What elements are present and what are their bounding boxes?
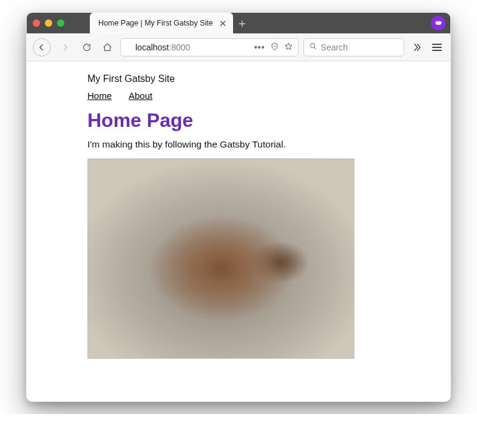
site-nav: Home About [87,90,390,101]
overflow-button[interactable] [409,39,425,55]
nav-link-home[interactable]: Home [87,90,112,101]
page-actions-icon[interactable]: ••• [254,42,265,52]
private-browsing-icon[interactable] [431,16,445,30]
back-button[interactable] [33,38,51,56]
bookmark-star-icon[interactable] [284,42,293,53]
close-tab-icon[interactable]: ✕ [219,19,227,28]
titlebar: Home Page | My First Gatsby Site ✕ ＋ [27,13,450,33]
minimize-window-button[interactable] [45,19,52,27]
home-button[interactable] [100,39,115,55]
forward-button[interactable] [56,38,74,56]
hero-image [87,158,354,359]
search-box[interactable]: Search [303,38,404,56]
svg-point-1 [310,44,314,48]
new-tab-button[interactable]: ＋ [233,13,251,33]
reader-shield-icon[interactable] [270,42,279,53]
page-paragraph: I'm making this by following the Gatsby … [87,139,390,150]
tab-title: Home Page | My First Gatsby Site [98,19,213,27]
browser-tab[interactable]: Home Page | My First Gatsby Site ✕ [90,13,233,33]
reload-button[interactable] [79,39,95,55]
search-placeholder: Search [321,42,348,52]
maximize-window-button[interactable] [57,19,64,27]
url-bar[interactable]: localhost:8000 ••• [120,38,299,56]
url-text: localhost:8000 [135,42,249,52]
menu-button[interactable] [430,41,444,53]
window-controls [33,13,83,33]
nav-link-about[interactable]: About [129,90,152,101]
search-icon [309,42,317,52]
page-heading: Home Page [87,109,390,132]
close-window-button[interactable] [33,19,40,27]
browser-window: Home Page | My First Gatsby Site ✕ ＋ [26,12,451,402]
toolbar: localhost:8000 ••• Search [27,33,450,61]
site-title: My First Gatsby Site [87,73,390,84]
page-viewport: My First Gatsby Site Home About Home Pag… [27,61,450,401]
